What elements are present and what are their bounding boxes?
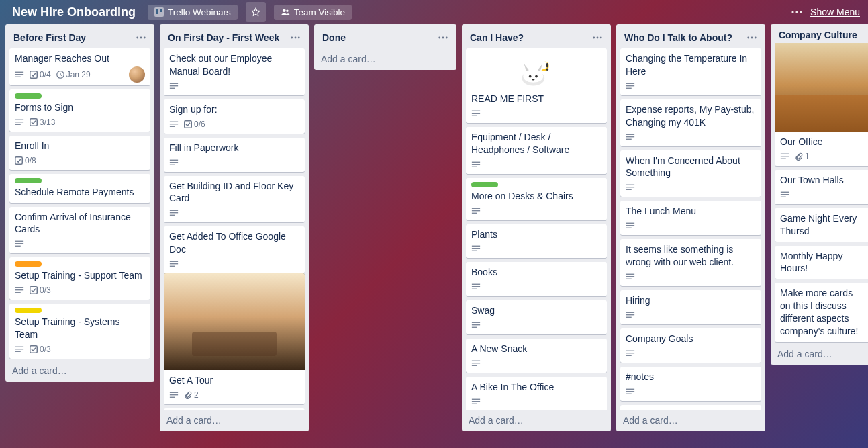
svg-rect-111: [626, 225, 634, 226]
svg-point-35: [298, 37, 300, 39]
description-badge: [169, 390, 179, 400]
card-title: Forms to Sign: [15, 101, 145, 114]
svg-rect-119: [626, 350, 634, 351]
card-cover-image: [775, 43, 868, 132]
list-company-culture: Company Culture Our Office 1 Our Town Ha…: [771, 24, 868, 365]
list-menu-button[interactable]: [744, 30, 760, 46]
svg-rect-75: [472, 164, 480, 165]
svg-rect-21: [15, 156, 23, 164]
svg-marker-3: [252, 8, 260, 15]
list-title[interactable]: Can I Have?: [470, 32, 589, 43]
card-equipment[interactable]: Equipment / Desk / Headphones / Software: [466, 127, 607, 174]
card-lunch-menu[interactable]: The Lunch Menu: [620, 201, 761, 235]
svg-rect-43: [170, 159, 178, 160]
description-badge: [15, 285, 24, 295]
add-card-button[interactable]: Add a card…: [5, 360, 154, 382]
board-canvas[interactable]: Before First Day Manager Reaches Out 0/4…: [0, 24, 868, 448]
card-desks-chairs[interactable]: More on Desks & Chairs: [466, 178, 607, 220]
svg-point-65: [523, 70, 543, 83]
card-systems-training[interactable]: Setup Training - Systems Team 0/3: [9, 304, 150, 359]
card-forms-to-sign[interactable]: Forms to Sign 3/13: [9, 89, 150, 132]
description-badge: [169, 81, 179, 91]
card-title: Fill in Paperwork: [169, 142, 299, 154]
card-enroll-in[interactable]: Enroll In 0/8: [9, 136, 150, 170]
card-get-tour[interactable]: Get A Tour 2: [164, 277, 305, 404]
card-our-office[interactable]: Our Office 1: [775, 43, 868, 166]
card-building-id[interactable]: Get Building ID and Floor Key Card: [164, 176, 305, 223]
show-menu-link[interactable]: Show Menu: [810, 7, 860, 17]
card-company-goals[interactable]: Company Goals: [620, 328, 761, 363]
card-hiring[interactable]: Hiring: [620, 290, 761, 324]
card-books[interactable]: Books: [466, 262, 607, 296]
card-support-training[interactable]: Setup Training - Support Team 0/3: [9, 257, 150, 300]
list-title[interactable]: Who Do I Talk to About?: [624, 32, 744, 43]
svg-rect-76: [472, 166, 477, 167]
member-avatar[interactable]: [129, 66, 145, 83]
add-card-button[interactable]: Add a card…: [771, 343, 868, 365]
card-temperature[interactable]: Changing the Temperature In Here: [620, 48, 761, 95]
card-new-snack[interactable]: A New Snack: [466, 339, 607, 373]
card-title: Setup Training - Systems Team: [15, 316, 145, 341]
svg-rect-44: [170, 162, 178, 163]
card-employee-manual[interactable]: Check out our Employee Manual Board!: [164, 48, 305, 95]
card-schedule-remote-payments[interactable]: Schedule Remote Payments: [9, 174, 150, 203]
card-title: Hiring: [626, 294, 756, 307]
list-title[interactable]: On First Day - First Week: [168, 32, 287, 43]
card-happy-hours[interactable]: Monthly Happy Hours!: [775, 246, 868, 279]
list-menu-button[interactable]: [589, 30, 606, 46]
card-title: Manager Reaches Out: [15, 52, 145, 65]
card-title: Books: [471, 266, 601, 279]
svg-rect-93: [472, 401, 480, 402]
add-card-button[interactable]: Add a card…: [616, 410, 765, 431]
svg-rect-48: [170, 215, 175, 216]
card-plants[interactable]: Plants: [466, 224, 607, 259]
star-button[interactable]: [246, 2, 266, 22]
card-title: Our Office: [780, 136, 865, 148]
card-sign-up-for[interactable]: Sign up for: 0/6: [164, 99, 305, 134]
more-icon[interactable]: [791, 11, 802, 13]
list-menu-button[interactable]: [287, 30, 303, 46]
card-swag[interactable]: Swag: [466, 300, 607, 334]
card-title: When I'm Concerned About Something: [626, 154, 756, 180]
svg-point-60: [446, 37, 448, 39]
description-badge: [780, 152, 789, 161]
card-notes[interactable]: #notes: [620, 367, 761, 401]
add-card-button[interactable]: Add a card…: [314, 48, 456, 70]
description-badge: [471, 206, 481, 216]
card-fill-paperwork[interactable]: Fill in Paperwork: [164, 138, 305, 172]
svg-rect-81: [472, 249, 480, 249]
card-title: Setup Training - Support Team: [15, 269, 145, 282]
card-confirm-insurance[interactable]: Confirm Arrival of Insurance Cards: [9, 207, 150, 254]
card-google-doc[interactable]: Get Added To Office Google Doc: [164, 226, 305, 273]
visibility-chip[interactable]: Team Visible: [274, 5, 352, 20]
workspace-chip[interactable]: Trello Webinars: [148, 5, 238, 20]
svg-rect-15: [30, 71, 38, 79]
card-bike-office[interactable]: A Bike In The Office: [466, 377, 607, 410]
card-manager-reaches-out[interactable]: Manager Reaches Out 0/4 Jan 29: [9, 48, 150, 85]
svg-point-68: [532, 79, 534, 81]
description-badge: [471, 397, 481, 406]
list-before-first-day: Before First Day Manager Reaches Out 0/4…: [5, 24, 154, 382]
add-card-button[interactable]: Add a card…: [462, 410, 611, 431]
card-expense-reports[interactable]: Expense reports, My Pay-stub, Changing m…: [620, 99, 761, 146]
card-title: Monthly Happy Hours!: [780, 250, 865, 275]
card-make-more-cards[interactable]: Make more cards on this l discuss differ…: [775, 283, 868, 342]
card-read-me-first[interactable]: READ ME FIRST: [466, 48, 607, 123]
svg-rect-94: [472, 404, 477, 404]
description-badge: [626, 81, 635, 91]
card-town-halls[interactable]: Our Town Halls: [775, 170, 868, 204]
list-title[interactable]: Company Culture: [779, 30, 868, 40]
board-title[interactable]: New Hire Onboarding: [8, 4, 140, 21]
list-title[interactable]: Done: [322, 32, 435, 43]
card-web-client[interactable]: It seems like something is wrong with ou…: [620, 239, 761, 286]
svg-rect-109: [626, 189, 632, 190]
card-conferences[interactable]: Conferences: [620, 405, 761, 410]
card-concerned[interactable]: When I'm Concerned About Something: [620, 150, 761, 197]
list-title[interactable]: Before First Day: [13, 32, 133, 43]
add-card-button[interactable]: Add a card…: [160, 410, 309, 431]
list-menu-button[interactable]: [133, 30, 149, 46]
card-title: Schedule Remote Payments: [15, 186, 145, 199]
list-menu-button[interactable]: [435, 30, 451, 46]
svg-point-66: [529, 75, 532, 78]
card-game-night[interactable]: Game Night Every Thursd: [775, 208, 868, 242]
